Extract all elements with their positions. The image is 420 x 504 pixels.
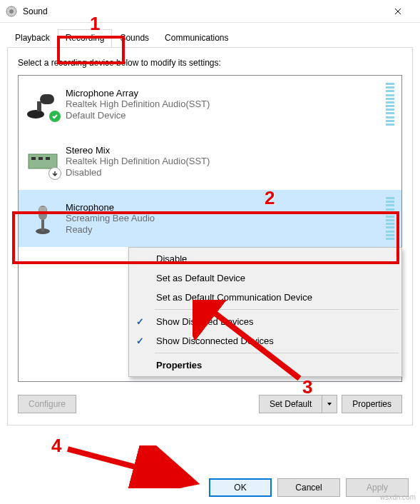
- ok-button[interactable]: OK: [209, 478, 272, 497]
- context-menu: Disable Set as Default Device Set as Def…: [128, 247, 402, 377]
- watermark: wsxdn.com: [380, 493, 416, 501]
- tab-strip: Playback Recording Sounds Communications: [7, 29, 413, 48]
- tab-communications[interactable]: Communications: [157, 29, 236, 48]
- cancel-button[interactable]: Cancel: [277, 478, 340, 497]
- svg-rect-6: [31, 157, 36, 160]
- svg-point-1: [9, 9, 14, 14]
- titlebar: Sound: [0, 0, 420, 23]
- ctx-show-disabled[interactable]: ✓ Show Disabled Devices: [130, 312, 400, 331]
- set-default-button[interactable]: Set Default: [259, 395, 322, 413]
- soundcard-icon: [26, 144, 60, 178]
- device-row-microphone[interactable]: Microphone Screaming Bee Audio Ready: [19, 190, 401, 247]
- ctx-separator: [155, 309, 399, 310]
- device-desc: Realtek High Definition Audio(SST): [66, 156, 394, 168]
- sound-icon: [6, 6, 17, 17]
- tab-recording[interactable]: Recording: [58, 29, 113, 48]
- ctx-label: Show Disconnected Devices: [156, 336, 274, 346]
- device-desc: Realtek High Definition Audio(SST): [66, 99, 386, 111]
- svg-rect-5: [29, 154, 57, 168]
- set-default-dropdown[interactable]: [322, 395, 337, 413]
- ctx-separator: [155, 353, 399, 353]
- svg-rect-12: [39, 207, 46, 213]
- level-meter: [386, 83, 394, 126]
- device-name: Microphone Array: [66, 88, 386, 99]
- device-status: Default Device: [66, 110, 386, 121]
- svg-rect-4: [37, 101, 41, 111]
- instruction-text: Select a recording device below to modif…: [18, 58, 402, 68]
- dialog-footer: OK Cancel Apply: [0, 478, 420, 497]
- dialog-body: Playback Recording Sounds Communications…: [0, 23, 420, 433]
- close-button[interactable]: [381, 0, 414, 23]
- tab-playback[interactable]: Playback: [7, 29, 58, 48]
- microphone-icon: [26, 201, 60, 236]
- device-row-mic-array[interactable]: Microphone Array Realtek High Definition…: [19, 76, 401, 133]
- device-list: Microphone Array Realtek High Definition…: [18, 75, 402, 382]
- svg-rect-8: [46, 157, 50, 160]
- ctx-set-default[interactable]: Set as Default Device: [130, 268, 400, 288]
- svg-point-2: [27, 110, 44, 119]
- panel-buttons: Configure Set Default Properties: [18, 395, 402, 413]
- ctx-show-disconnected[interactable]: ✓ Show Disconnected Devices: [130, 331, 400, 351]
- svg-rect-7: [39, 157, 43, 160]
- window-title: Sound: [23, 6, 381, 16]
- disabled-badge: [48, 167, 61, 180]
- device-status: Ready: [66, 224, 386, 235]
- microphone-array-icon: [26, 87, 60, 121]
- default-check-badge: [48, 110, 61, 123]
- configure-button[interactable]: Configure: [18, 395, 76, 413]
- tab-panel: Select a recording device below to modif…: [7, 47, 413, 425]
- ctx-set-comm[interactable]: Set as Default Communication Device: [130, 288, 400, 307]
- device-name: Stereo Mix: [66, 145, 394, 156]
- properties-button[interactable]: Properties: [342, 395, 402, 413]
- tab-sounds[interactable]: Sounds: [112, 29, 157, 48]
- ctx-disable[interactable]: Disable: [130, 249, 400, 268]
- device-status: Disabled: [66, 167, 394, 178]
- set-default-split: Set Default: [259, 395, 337, 413]
- ctx-label: Show Disabled Devices: [156, 316, 254, 327]
- level-meter: [386, 197, 394, 240]
- device-desc: Screaming Bee Audio: [66, 213, 386, 225]
- check-icon: ✓: [136, 336, 144, 346]
- svg-rect-3: [40, 94, 54, 104]
- device-row-stereo-mix[interactable]: Stereo Mix Realtek High Definition Audio…: [19, 133, 401, 190]
- check-icon: ✓: [136, 316, 144, 327]
- ctx-properties[interactable]: Properties: [130, 356, 400, 375]
- annotation-number-4: 4: [51, 435, 61, 457]
- device-name: Microphone: [66, 202, 386, 213]
